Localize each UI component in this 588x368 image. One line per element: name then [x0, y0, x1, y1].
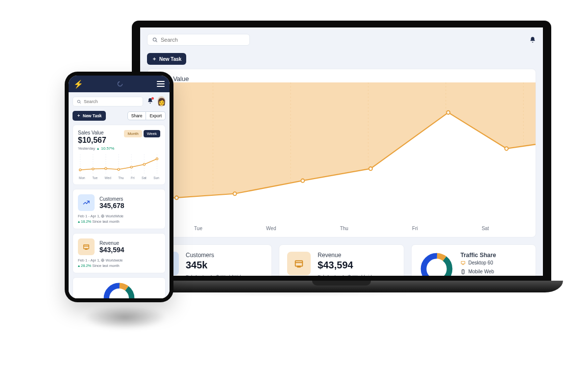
laptop-viewport: ＋ New Task Sales Value: [140, 27, 543, 276]
revenue-range: Feb 1 - Apr 1, Worldwide: [78, 258, 160, 263]
search-icon: [152, 37, 158, 43]
sales-chart-title: Sales Value: [147, 69, 536, 82]
svg-rect-24: [462, 270, 464, 274]
share-export-group: Share Export: [127, 111, 166, 120]
revenue-range: Feb 1 - Apr 1, Worldwide: [318, 274, 395, 276]
svg-point-41: [143, 163, 145, 165]
phone-device: ⚡ 👩 ＋ New Task: [65, 72, 173, 302]
customers-icon: [78, 194, 95, 211]
laptop-bezel: ＋ New Task Sales Value: [132, 21, 551, 283]
toggle-week[interactable]: Week: [144, 130, 160, 137]
phone-toolbar: ＋ New Task Share Export: [73, 111, 166, 121]
search-input[interactable]: [73, 97, 143, 106]
svg-line-28: [80, 102, 81, 103]
sales-chart-x-axis: Tue Wed Thu Fri Sat: [147, 223, 536, 237]
logo-bolt-icon: ⚡: [74, 79, 83, 89]
bell-icon[interactable]: [147, 98, 153, 105]
search-input[interactable]: [147, 34, 250, 46]
svg-point-27: [77, 100, 80, 103]
globe-icon: [101, 259, 104, 262]
revenue-delta: ▴28.2% Since last month: [78, 263, 160, 268]
globe-icon: [216, 275, 220, 276]
caret-up-icon: ▴: [78, 219, 80, 224]
sales-value-card: Sales Value $10,567 Month Week Yesterday…: [73, 125, 166, 185]
search-icon: [77, 100, 81, 104]
revenue-icon: [287, 252, 311, 275]
mobile-icon: [461, 269, 466, 274]
svg-point-10: [369, 167, 372, 170]
customers-card: Customers 345,678 Feb 1 - Apr 1, WorldWi…: [73, 189, 166, 229]
svg-point-8: [233, 192, 237, 195]
phone-shadow: [83, 305, 167, 330]
sales-title: Sales Value: [78, 130, 106, 135]
plus-icon: ＋: [76, 113, 81, 119]
svg-point-9: [301, 179, 304, 183]
sales-mini-chart: [78, 154, 160, 175]
x-label: Thu: [340, 226, 348, 231]
svg-point-11: [446, 111, 450, 114]
svg-point-39: [118, 168, 120, 170]
search-field[interactable]: [161, 37, 245, 43]
sales-mini-x-axis: MonTue WedThu FriSat Sun: [78, 176, 160, 180]
svg-point-37: [92, 168, 94, 170]
x-label: Fri: [412, 226, 418, 231]
toggle-month[interactable]: Month: [124, 130, 142, 137]
svg-line-1: [156, 40, 157, 42]
revenue-title: Revenue: [99, 240, 124, 246]
laptop-header: [140, 27, 543, 52]
new-task-label: New Task: [83, 113, 102, 118]
plus-icon: ＋: [152, 55, 157, 62]
sales-line-chart: [147, 82, 536, 223]
revenue-value: $43,594: [99, 246, 124, 254]
sales-value: $10,567: [78, 136, 106, 145]
laptop-metric-cards: Customers 345k Feb 1 - Apr 1, WorldWide …: [147, 244, 536, 276]
sales-chart-area: [147, 82, 536, 223]
svg-point-42: [156, 158, 158, 160]
svg-rect-44: [84, 245, 89, 249]
bell-icon[interactable]: [529, 36, 536, 43]
revenue-card: Revenue $43,594 Feb 1 - Apr 1, Worldwide…: [279, 244, 404, 276]
svg-rect-16: [298, 266, 301, 267]
desktop-icon: [461, 261, 466, 265]
customers-title: Customers: [99, 196, 124, 202]
new-task-label: New Task: [159, 56, 181, 62]
sales-range-toggle: Month Week: [124, 130, 160, 137]
customers-delta: ▴18.2% Since last month: [78, 219, 160, 224]
traffic-donut-chart: [73, 277, 166, 298]
traffic-donut-chart: [419, 252, 454, 276]
spinner-icon: [117, 81, 123, 87]
export-button[interactable]: Export: [146, 111, 166, 120]
avatar[interactable]: 👩: [157, 96, 166, 107]
phone-body: 👩 ＋ New Task Share Export Sales Value: [69, 92, 170, 298]
revenue-title: Revenue: [318, 252, 395, 259]
customers-range: Feb 1 - Apr 1, WorldWide: [78, 214, 160, 218]
revenue-card: Revenue $43,594 Feb 1 - Apr 1, Worldwide…: [73, 233, 166, 273]
share-button[interactable]: Share: [127, 111, 147, 120]
svg-point-26: [118, 82, 122, 86]
phone-header: 👩: [73, 96, 166, 107]
traffic-title: Traffic Share: [461, 252, 528, 259]
globe-icon: [347, 275, 351, 276]
svg-point-36: [79, 169, 81, 171]
svg-rect-21: [461, 262, 465, 264]
caret-up-icon: ▴: [97, 146, 99, 151]
x-label: Tue: [194, 226, 202, 231]
customers-value: 345,678: [99, 202, 124, 210]
caret-up-icon: ▴: [78, 263, 80, 268]
new-task-button[interactable]: ＋ New Task: [73, 111, 106, 121]
svg-point-7: [175, 196, 178, 199]
revenue-value: $43,594: [318, 260, 395, 271]
new-task-button[interactable]: ＋ New Task: [147, 53, 186, 65]
svg-point-40: [130, 166, 132, 168]
traffic-share-card: Traffic Share Desktop 60 Mobile Web Tabl…: [411, 244, 536, 276]
sales-delta: Yesterday ▴ 10.57%: [78, 146, 160, 151]
search-field[interactable]: [84, 99, 139, 104]
globe-icon: [101, 214, 104, 218]
customers-range: Feb 1 - Apr 1, WorldWide: [186, 274, 264, 276]
traffic-legend: Desktop 60 Mobile Web Tablet Web: [461, 259, 528, 276]
revenue-icon: [78, 238, 95, 255]
menu-icon[interactable]: [157, 81, 165, 87]
svg-rect-14: [295, 261, 303, 266]
laptop-device: ＋ New Task Sales Value: [120, 21, 563, 303]
svg-point-0: [153, 38, 156, 41]
